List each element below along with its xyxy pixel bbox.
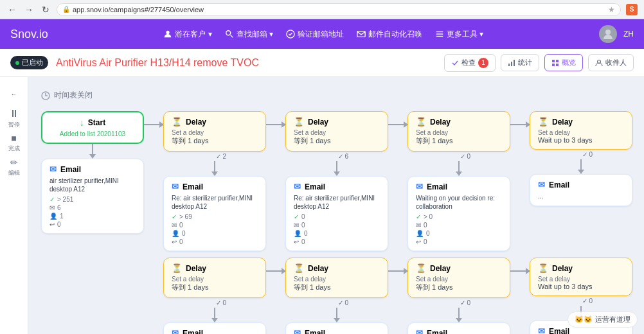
- email-subject-5: ...: [538, 192, 624, 200]
- email-subject-3: Re: air sterilizer purifier,MINI desktop…: [294, 194, 380, 211]
- logo-text: Snov: [10, 28, 36, 40]
- v-connector-5: [578, 159, 584, 174]
- svg-rect-9: [508, 64, 510, 66]
- check-action-btn[interactable]: 检查 1: [444, 54, 496, 72]
- side-back-btn[interactable]: ←: [3, 82, 26, 105]
- r2-email-title-4: Email: [549, 327, 569, 335]
- reload-btn[interactable]: ↻: [40, 4, 51, 15]
- r2-delay-sub-1: Set a delay: [172, 276, 258, 283]
- recipients-action-btn[interactable]: 收件人: [588, 54, 634, 71]
- h-arrow-3: [388, 124, 407, 125]
- email-node-3[interactable]: ✉ Email Re: air sterilizer purifier,MINI…: [285, 176, 388, 251]
- delay-sub-2: Set a delay: [294, 129, 380, 136]
- email-node-2[interactable]: ✉ Email Re: air sterilizer purifier,MINI…: [163, 176, 266, 251]
- overview-action-btn[interactable]: 概览: [544, 54, 583, 71]
- r2-delay-3[interactable]: ⏳ Delay Set a delay 等到 1 days: [407, 258, 510, 298]
- delay-node-4[interactable]: ⏳ Delay Set a delay Wait up to 3 days: [530, 111, 632, 150]
- email-subject-2: Re: air sterilizer purifier,MINI desktop…: [172, 194, 258, 211]
- status-dot: [15, 61, 19, 65]
- nav-guests[interactable]: 游在客户 ▾: [163, 29, 211, 40]
- r2-delay-icon-2: ⏳: [294, 263, 304, 273]
- user-avatar[interactable]: [599, 25, 617, 43]
- logo[interactable]: Snov.io: [10, 28, 48, 41]
- delay-stat-1: ✓ 2: [216, 153, 226, 160]
- email-title-4: Email: [427, 182, 447, 191]
- side-edit-btn[interactable]: ✏ 编辑: [3, 155, 26, 179]
- r2-delay-stat-4: ✓ 0: [582, 297, 593, 304]
- r2-delay-2[interactable]: ⏳ Delay Set a delay 等到 1 days: [285, 258, 388, 298]
- r2-h-arrow-2: [388, 270, 407, 272]
- header-nav: 游在客户 ▾ 查找邮箱 ▾ 验证邮箱地址 邮件自动化召唤 更多工具 ▾: [61, 29, 586, 40]
- start-node[interactable]: ↓ Start Added to list 20201103: [41, 111, 144, 144]
- delay-title-2: Delay: [308, 118, 328, 127]
- start-subtitle: Added to list 20201103: [50, 130, 135, 137]
- delay-icon-1: ⏳: [172, 117, 182, 127]
- status-text: 已启动: [22, 58, 43, 67]
- r2-delay-4[interactable]: ⏳ Delay Set a delay Wait up to 3 days: [530, 258, 632, 296]
- r2-email-3[interactable]: ✉ Email > 0: [407, 322, 510, 334]
- v-connector-2: [211, 161, 218, 176]
- side-stop-btn[interactable]: ■ 完成: [3, 131, 26, 154]
- svg-rect-14: [552, 64, 555, 66]
- delay-node-3[interactable]: ⏳ Delay Set a delay 等到 1 days: [407, 111, 510, 152]
- main-area: ← ⏸ 暂停 ■ 完成 ✏ 编辑 时间表关闭 ↓ St: [0, 77, 644, 334]
- r2-email-2[interactable]: ✉ Email > 0: [285, 322, 388, 334]
- r2-delay-stat-2: ✓ 0: [338, 299, 348, 306]
- side-pause-btn[interactable]: ⏸ 暂停: [3, 107, 26, 130]
- nav-more-tools[interactable]: 更多工具 ▾: [435, 29, 483, 40]
- watermark-icon: 🐱🐱: [575, 315, 593, 324]
- r2-delay-val-2: 等到 1 days: [294, 283, 380, 292]
- campaign-title: AntiVirus Air Purifier H13/H14 remove TV…: [56, 57, 436, 69]
- chain-5: ⏳ Delay Set a delay Wait up to 3 days ✓ …: [530, 111, 632, 206]
- v-connector-start: [89, 144, 96, 159]
- email-stats-3: ✓0 ✉0 👤0 ↩0: [294, 213, 380, 245]
- email-title-1: Email: [60, 165, 81, 174]
- delay-node-2[interactable]: ⏳ Delay Set a delay 等到 1 days: [285, 111, 388, 152]
- r2-h-arrow-1: [266, 270, 285, 272]
- delay-val-3: 等到 1 days: [416, 136, 502, 146]
- email-icon-5: ✉: [538, 180, 545, 189]
- delay-title-1: Delay: [186, 118, 206, 127]
- email-title-2: Email: [183, 182, 203, 191]
- delay-sub-4: Set a delay: [538, 129, 624, 136]
- email-icon-3: ✉: [294, 182, 301, 191]
- nav-find-email[interactable]: 查找邮箱 ▾: [225, 29, 273, 40]
- app-header: Snov.io 游在客户 ▾ 查找邮箱 ▾ 验证邮箱地址 邮件自动化召唤 更多工…: [0, 19, 644, 49]
- r2-email-icon-2: ✉: [294, 328, 301, 334]
- fav-star[interactable]: ★: [608, 5, 615, 14]
- delay-sub-3: Set a delay: [416, 129, 502, 136]
- r2-email-1[interactable]: ✉ Email > 0: [163, 322, 266, 334]
- h-arrow-2: [266, 124, 285, 125]
- header-right: ZH: [599, 25, 634, 43]
- forward-nav-btn[interactable]: →: [23, 4, 35, 15]
- email-node-4[interactable]: ✉ Email Waiting on your decision re: col…: [407, 176, 510, 251]
- email-subject-4: Waiting on your decision re: collaborati…: [416, 194, 502, 211]
- svg-rect-4: [357, 31, 365, 37]
- start-title: Start: [88, 118, 105, 127]
- back-nav-btn[interactable]: ←: [6, 4, 18, 15]
- v-connector-4: [456, 161, 462, 176]
- delay-val-1: 等到 1 days: [172, 136, 258, 146]
- email-node-1[interactable]: ✉ Email air sterilizer purifier,MINI des…: [41, 159, 144, 234]
- timer-label: 时间表关闭: [41, 90, 631, 101]
- r2-email-icon-1: ✉: [172, 328, 179, 334]
- r2-delay-title-1: Delay: [186, 264, 206, 273]
- delay-stat-2: ✓ 6: [338, 153, 348, 160]
- delay-icon-3: ⏳: [416, 117, 426, 127]
- delay-node-1[interactable]: ⏳ Delay Set a delay 等到 1 days: [163, 111, 266, 152]
- nav-verify-email[interactable]: 验证邮箱地址: [286, 29, 344, 40]
- r2-delay-val-1: 等到 1 days: [172, 283, 258, 292]
- r2-chain-3: ⏳ Delay Set a delay 等到 1 days ✓ 0 ✉: [407, 258, 510, 334]
- email-node-5[interactable]: ✉ Email ...: [530, 174, 632, 206]
- r2-email-title-3: Email: [427, 329, 447, 335]
- url-text: app.snov.io/campaigns#/277450/overview: [73, 6, 204, 13]
- r2-h-arrow-3: [510, 270, 530, 272]
- delay-val-2: 等到 1 days: [294, 136, 380, 146]
- delay-sub-1: Set a delay: [172, 129, 258, 136]
- nav-email-auto[interactable]: 邮件自动化召唤: [357, 29, 422, 40]
- r2-delay-1[interactable]: ⏳ Delay Set a delay 等到 1 days: [163, 258, 266, 298]
- r2-chain-1: ⏳ Delay Set a delay 等到 1 days ✓ 0 ✉: [163, 258, 266, 334]
- r2-delay-sub-2: Set a delay: [294, 276, 380, 283]
- r2-v-connector-1: [211, 308, 218, 322]
- stats-action-btn[interactable]: 统计: [501, 54, 539, 71]
